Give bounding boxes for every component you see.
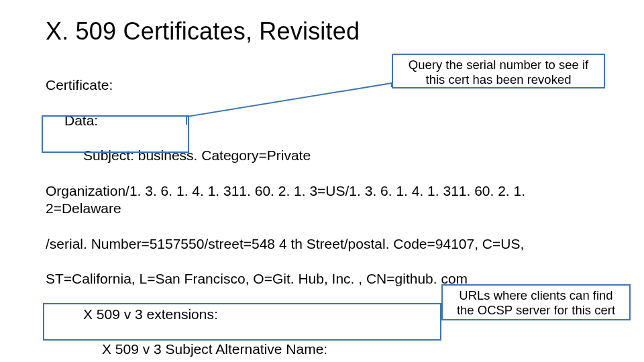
callout-ocsp-url: URLs where clients can find the OCSP ser… bbox=[441, 284, 631, 320]
slide-title: X. 509 Certificates, Revisited bbox=[46, 17, 360, 46]
callout-text: the OCSP server for this cert bbox=[448, 303, 624, 318]
cert-line: /serial. Number=5157550/street=548 4 th … bbox=[46, 235, 602, 253]
callout-text: URLs where clients can find bbox=[448, 288, 624, 303]
slide: X. 509 Certificates, Revisited Certifica… bbox=[0, 0, 644, 362]
callout-text: this cert has been revoked bbox=[398, 72, 598, 87]
cert-line: X 509 v 3 Subject Alternative Name: bbox=[46, 341, 602, 358]
highlight-serial-number bbox=[42, 115, 189, 153]
callout-text: Query the serial number to see if bbox=[398, 58, 598, 72]
highlight-ocsp-block bbox=[43, 303, 441, 341]
cert-line: Organization/1. 3. 6. 1. 4. 1. 311. 60. … bbox=[46, 182, 602, 218]
callout-pointer-serial bbox=[186, 87, 401, 127]
callout-serial-number: Query the serial number to see if this c… bbox=[392, 54, 605, 88]
